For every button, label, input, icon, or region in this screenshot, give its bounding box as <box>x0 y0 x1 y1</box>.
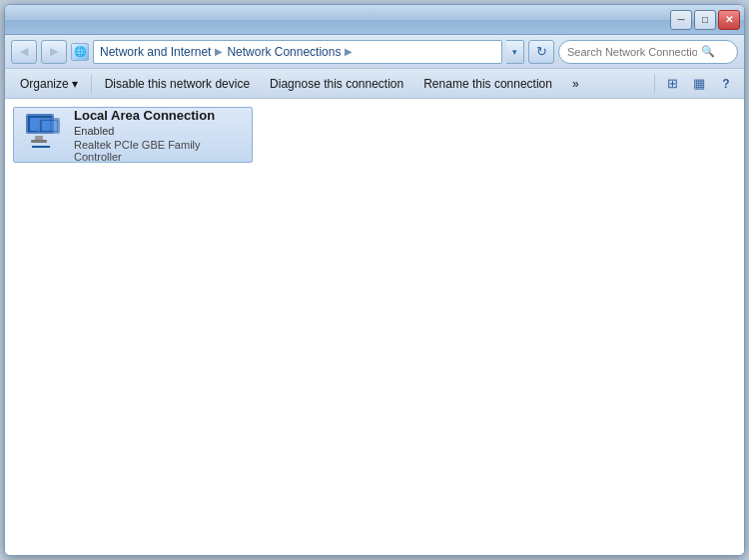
back-icon: ◀ <box>20 45 28 58</box>
minimize-button[interactable]: ─ <box>670 10 692 30</box>
explorer-window: ─ □ ✕ ◀ ▶ 🌐 Network and Internet ▶ Netwo… <box>4 4 745 556</box>
diagnose-label: Diagnose this connection <box>270 77 403 91</box>
network-connection-icon <box>22 114 64 156</box>
title-bar-controls: ─ □ ✕ <box>670 10 740 30</box>
search-input[interactable] <box>567 46 697 58</box>
network-status: Enabled <box>74 125 244 137</box>
diagnose-button[interactable]: Diagnose this connection <box>261 73 412 95</box>
view-details-button[interactable]: ⊞ <box>660 73 684 95</box>
help-icon: ? <box>722 77 729 91</box>
change-view-button[interactable]: ▦ <box>687 73 711 95</box>
more-button[interactable]: » <box>563 73 588 95</box>
address-bar-icon: 🌐 <box>71 43 89 61</box>
organize-label: Organize <box>20 77 69 91</box>
breadcrumb-sep-1: ▶ <box>215 46 223 57</box>
network-connection-item[interactable]: Local Area Connection Enabled Realtek PC… <box>13 107 253 163</box>
maximize-button[interactable]: □ <box>694 10 716 30</box>
organize-arrow-icon: ▾ <box>72 77 78 91</box>
search-icon: 🔍 <box>701 45 715 58</box>
toolbar-separator-2 <box>654 75 655 93</box>
search-box[interactable]: 🔍 <box>558 40 738 64</box>
disable-label: Disable this network device <box>105 77 250 91</box>
forward-icon: ▶ <box>50 45 58 58</box>
rename-button[interactable]: Rename this connection <box>414 73 561 95</box>
breadcrumb[interactable]: Network and Internet ▶ Network Connectio… <box>93 40 502 64</box>
refresh-button[interactable]: ↻ <box>528 40 554 64</box>
organize-button[interactable]: Organize ▾ <box>11 73 87 95</box>
refresh-icon: ↻ <box>536 44 547 59</box>
toolbar-right: ⊞ ▦ ? <box>652 73 738 95</box>
breadcrumb-sep-2: ▶ <box>345 46 353 57</box>
view-details-icon: ⊞ <box>667 76 678 91</box>
disable-button[interactable]: Disable this network device <box>96 73 259 95</box>
more-icon: » <box>572 77 579 91</box>
breadcrumb-item-1[interactable]: Network and Internet <box>100 45 211 59</box>
change-view-icon: ▦ <box>693 76 705 91</box>
breadcrumb-dropdown-icon: ▾ <box>512 47 517 57</box>
toolbar: Organize ▾ Disable this network device D… <box>5 69 744 99</box>
back-button[interactable]: ◀ <box>11 40 37 64</box>
network-adapter: Realtek PCIe GBE Family Controller <box>74 139 244 163</box>
close-button[interactable]: ✕ <box>718 10 740 30</box>
breadcrumb-dropdown[interactable]: ▾ <box>506 40 524 64</box>
network-info: Local Area Connection Enabled Realtek PC… <box>74 108 244 163</box>
breadcrumb-item-2[interactable]: Network Connections <box>227 45 341 59</box>
network-name: Local Area Connection <box>74 108 244 123</box>
rename-label: Rename this connection <box>423 77 552 91</box>
toolbar-separator-1 <box>91 75 92 93</box>
content-area: Local Area Connection Enabled Realtek PC… <box>5 99 744 555</box>
forward-button[interactable]: ▶ <box>41 40 67 64</box>
title-bar: ─ □ ✕ <box>5 5 744 35</box>
help-button[interactable]: ? <box>714 73 738 95</box>
address-bar: ◀ ▶ 🌐 Network and Internet ▶ Network Con… <box>5 35 744 69</box>
